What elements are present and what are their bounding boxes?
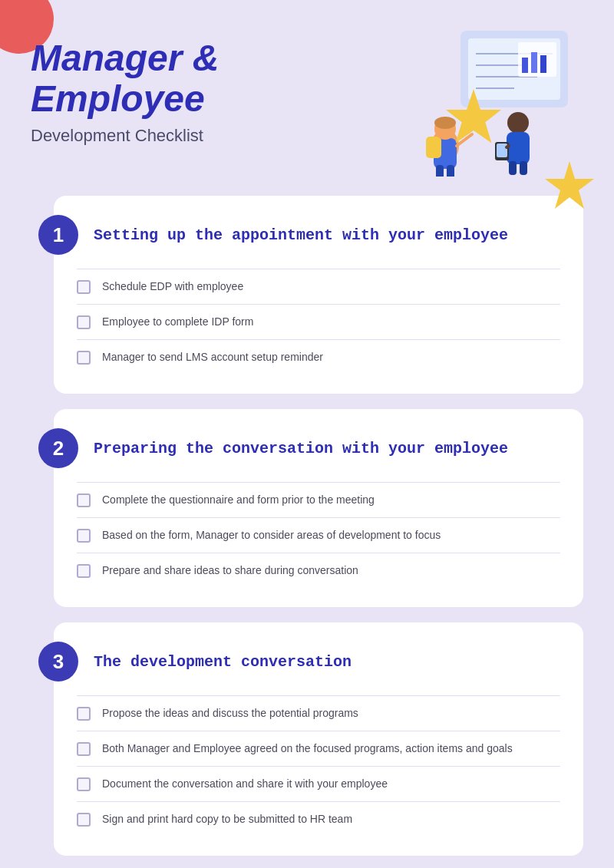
checklist-text-3-2: Both Manager and Employee agreed on the … xyxy=(102,741,513,757)
header: Manager & Employee Development Checklist xyxy=(31,23,583,177)
checklist-item-3-2: Both Manager and Employee agreed on the … xyxy=(77,731,560,766)
sections-container: 1Setting up the appointment with your em… xyxy=(31,196,583,868)
title-line2: Employee xyxy=(31,78,205,119)
checkbox-2-2[interactable] xyxy=(77,529,91,543)
svg-rect-13 xyxy=(447,165,454,177)
page-container: Manager & Employee Development Checklist xyxy=(0,0,614,868)
checkbox-1-3[interactable] xyxy=(77,351,91,365)
section-number-1: 1 xyxy=(38,215,78,255)
svg-rect-19 xyxy=(507,132,530,164)
svg-rect-23 xyxy=(497,144,507,157)
section-card-1: 1Setting up the appointment with your em… xyxy=(54,196,583,394)
svg-rect-21 xyxy=(520,161,527,175)
checkbox-3-4[interactable] xyxy=(77,813,91,827)
section-number-3: 3 xyxy=(38,642,78,682)
page-title: Manager & Employee xyxy=(31,38,219,120)
section-title-2: Preparing the conversation with your emp… xyxy=(94,440,508,457)
section-header-1: 1Setting up the appointment with your em… xyxy=(77,215,560,255)
checklist-text-1-2: Employee to complete IDP form xyxy=(102,314,253,330)
checklist-text-1-1: Schedule EDP with employee xyxy=(102,279,243,295)
star-decoration xyxy=(539,157,600,222)
illustration-svg xyxy=(368,23,583,177)
checklist-item-3-3: Document the conversation and share it w… xyxy=(77,766,560,801)
checkbox-2-1[interactable] xyxy=(77,493,91,507)
svg-rect-12 xyxy=(436,165,444,177)
checkbox-3-3[interactable] xyxy=(77,777,91,791)
checkbox-3-1[interactable] xyxy=(77,707,91,721)
checklist-text-2-3: Prepare and share ideas to share during … xyxy=(102,563,358,579)
svg-rect-20 xyxy=(509,161,517,175)
checklist-text-2-1: Complete the questionnaire and form prio… xyxy=(102,492,375,508)
checklist-text-3-4: Sign and print hard copy to be submitted… xyxy=(102,811,352,827)
checkbox-3-2[interactable] xyxy=(77,742,91,756)
header-text: Manager & Employee Development Checklist xyxy=(31,23,219,146)
svg-rect-8 xyxy=(531,52,537,73)
checklist-item-1-1: Schedule EDP with employee xyxy=(77,269,560,304)
section-card-2: 2Preparing the conversation with your em… xyxy=(54,409,583,607)
checklist-text-1-3: Manager to send LMS account setup remind… xyxy=(102,349,323,365)
checklist-text-3-1: Propose the ideas and discuss the potent… xyxy=(102,705,358,721)
page-subtitle: Development Checklist xyxy=(31,126,219,146)
header-illustration xyxy=(368,23,583,177)
checklist-item-1-3: Manager to send LMS account setup remind… xyxy=(77,339,560,375)
svg-marker-26 xyxy=(545,161,594,209)
checklist-item-2-2: Based on the form, Manager to consider a… xyxy=(77,517,560,553)
checklist-text-3-3: Document the conversation and share it w… xyxy=(102,776,388,792)
svg-rect-9 xyxy=(540,55,546,73)
svg-rect-14 xyxy=(426,137,441,158)
section-title-1: Setting up the appointment with your emp… xyxy=(94,226,508,244)
title-line1: Manager & xyxy=(31,38,219,78)
checklist-item-3-4: Sign and print hard copy to be submitted… xyxy=(77,801,560,837)
section-header-3: 3The development conversation xyxy=(77,642,560,682)
checklist-item-2-1: Complete the questionnaire and form prio… xyxy=(77,482,560,517)
section-card-3: 3The development conversationPropose the… xyxy=(54,622,583,856)
checklist-text-2-2: Based on the form, Manager to consider a… xyxy=(102,527,441,543)
checklist-item-2-3: Prepare and share ideas to share during … xyxy=(77,553,560,588)
svg-point-17 xyxy=(434,117,456,129)
svg-line-24 xyxy=(507,146,509,147)
checklist-item-3-1: Propose the ideas and discuss the potent… xyxy=(77,695,560,731)
section-header-2: 2Preparing the conversation with your em… xyxy=(77,428,560,468)
checkbox-2-3[interactable] xyxy=(77,564,91,578)
checkbox-1-1[interactable] xyxy=(77,280,91,294)
svg-point-18 xyxy=(507,112,529,134)
checklist-item-1-2: Employee to complete IDP form xyxy=(77,304,560,339)
section-number-2: 2 xyxy=(38,428,78,468)
svg-rect-7 xyxy=(522,58,528,73)
section-title-3: The development conversation xyxy=(94,653,352,671)
checkbox-1-2[interactable] xyxy=(77,315,91,329)
